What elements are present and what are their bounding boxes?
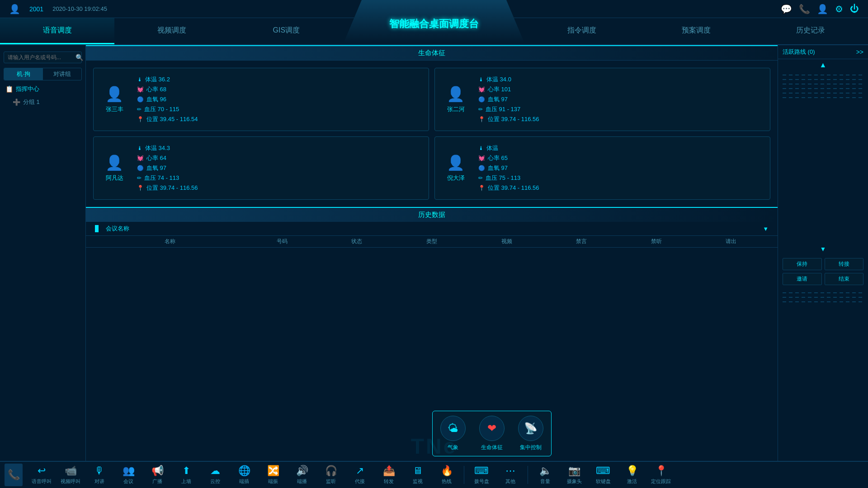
toolbar-other[interactable]: ⋯ 其他 — [497, 463, 524, 487]
tab-voice[interactable]: 语音调度 — [0, 18, 114, 44]
toolbar-meeting[interactable]: 👥 会议 — [115, 463, 142, 487]
toolbar-broadcast[interactable]: 📢 广播 — [144, 463, 171, 487]
dash-4 — [783, 88, 863, 89]
pos-icon-0: 📍 — [137, 116, 144, 122]
tab-plan[interactable]: 预案调度 — [639, 18, 753, 44]
temp-icon-2: 🌡 — [137, 145, 142, 151]
toolbar-divider-2 — [528, 466, 528, 484]
toolbar-intercept[interactable]: ↗ 代接 — [346, 463, 373, 487]
transfer-button[interactable]: 转接 — [825, 258, 864, 270]
camera-icon: 📷 — [568, 465, 580, 477]
tab-cmd[interactable]: 指令调度 — [524, 18, 639, 44]
tab-machine[interactable]: 机·拘 — [4, 68, 43, 80]
tab-history[interactable]: 历史记录 — [754, 18, 868, 44]
main-title: 智能融合桌面调度台 — [389, 17, 479, 31]
user-add-icon[interactable]: 👤 — [817, 4, 828, 14]
right-panel-chevron-down[interactable]: ▼ — [778, 244, 868, 254]
o2-icon-2: 🔵 — [137, 165, 144, 171]
toolbar-insert[interactable]: 🌐 端插 — [231, 463, 258, 487]
th-number: 号码 — [245, 238, 320, 245]
search-bar[interactable]: 🔍 — [4, 52, 82, 63]
vital-card-icon-2: 👤 阿凡达 — [101, 154, 128, 182]
meeting-icon: 👥 — [123, 465, 135, 477]
bp-icon-0: ✏ — [137, 106, 142, 113]
tab-group[interactable]: 对讲组 — [43, 68, 82, 80]
heart-icon-2: 💓 — [137, 155, 144, 161]
toolbar-locate[interactable]: 📍 定位跟踪 — [647, 463, 675, 487]
table-header: 名称 号码 状态 类型 视频 禁言 禁听 请出 — [86, 236, 778, 248]
toolbar-surveillance[interactable]: 🖥 监视 — [404, 463, 431, 487]
bp-icon-2: ✏ — [137, 175, 142, 181]
phone-icon[interactable]: 📞 — [799, 4, 810, 14]
person-icon-2: 👤 — [105, 154, 123, 171]
bp-icon-1: ✏ — [478, 106, 483, 113]
toolbar-forward[interactable]: 📤 转发 — [375, 463, 402, 487]
search-input[interactable] — [8, 54, 75, 61]
floating-btn-control[interactable]: 📡 集中控制 — [515, 416, 547, 451]
floating-btn-vitals[interactable]: ❤ 生命体征 — [476, 416, 508, 451]
dash-lower-2 — [783, 297, 863, 298]
volume-icon: 🔈 — [539, 465, 552, 477]
dash-lower-1 — [783, 292, 863, 293]
vital-temp-3: 🌡 体温 — [478, 144, 539, 152]
toolbar-cloud[interactable]: ☁ 云控 — [202, 463, 229, 487]
th-listen: 禁听 — [619, 238, 694, 245]
right-panel-expand[interactable]: >> — [856, 48, 863, 56]
toolbar-vibrate[interactable]: 🔀 端振 — [259, 463, 287, 487]
settings-icon[interactable]: ⚙ — [835, 4, 843, 14]
dash-lower-3 — [783, 301, 863, 302]
floating-btn-weather[interactable]: 🌤 气象 — [437, 416, 469, 451]
top-bar-right: 💬 📞 👤 ⚙ ⏻ — [781, 4, 859, 14]
bottom-toolbar: 📞 ↩ 语音呼叫 📹 视频呼叫 🎙 对讲 👥 会议 📢 广播 ⬆ 上墙 ☁ 云控… — [0, 461, 868, 488]
toolbar-activate[interactable]: 💡 激活 — [618, 463, 646, 487]
search-icon: 🔍 — [75, 54, 83, 61]
vital-pos-2: 📍 位置 39.74 - 116.56 — [137, 184, 198, 192]
toolbar-dialpad[interactable]: ⌨ 拨号盘 — [468, 463, 495, 487]
tab-video[interactable]: 视频调度 — [114, 18, 229, 44]
toolbar-volume[interactable]: 🔈 音量 — [532, 463, 559, 487]
vital-pos-3: 📍 位置 39.74 - 116.56 — [478, 184, 539, 192]
right-panel-header: 活跃路线 (0) >> — [778, 45, 868, 59]
tree-sub-1[interactable]: ➕ 分组 1 — [0, 96, 85, 108]
right-panel-chevron-up[interactable]: ▲ — [778, 59, 868, 71]
tab-gis[interactable]: GIS调度 — [229, 18, 344, 44]
toolbar-hotline[interactable]: 🔥 热线 — [433, 463, 460, 487]
phone-indicator: 📞 — [5, 464, 23, 486]
heart-icon-0: 💓 — [137, 86, 144, 93]
floating-panel: 🌤 气象 ❤ 生命体征 📡 集中控制 — [432, 411, 552, 456]
toolbar-video-call[interactable]: 📹 视频呼叫 — [57, 463, 84, 487]
wall-icon: ⬆ — [182, 465, 190, 477]
end-button[interactable]: 结束 — [825, 273, 864, 285]
softkb-icon: ⌨ — [596, 465, 610, 477]
main-layout: 🔍 机·拘 对讲组 📋 指挥中心 ➕ 分组 1 生命体征 — [0, 45, 868, 461]
toolbar-play[interactable]: 🔊 端播 — [288, 463, 316, 487]
invite-button[interactable]: 邀请 — [783, 273, 822, 285]
toolbar-intercom[interactable]: 🎙 对讲 — [86, 463, 113, 487]
cloud-icon: ☁ — [210, 465, 220, 477]
pos-icon-3: 📍 — [478, 185, 485, 191]
pos-icon-2: 📍 — [137, 185, 144, 191]
tree-sub-icon: ➕ — [13, 99, 20, 106]
user-id: 2001 — [29, 5, 43, 13]
chat-icon[interactable]: 💬 — [781, 4, 792, 14]
heart-icon-3: 💓 — [478, 155, 485, 161]
toolbar-camera[interactable]: 📷 摄象头 — [561, 463, 588, 487]
intercept-icon: ↗ — [356, 465, 364, 477]
tree-root[interactable]: 📋 指挥中心 — [0, 82, 85, 96]
vital-stats-1: 🌡 体温 34.0 💓 心率 101 🔵 血氧 97 ✏ — [478, 75, 539, 123]
datetime: 2020-10-30 19:02:45 — [52, 5, 107, 12]
th-video: 视频 — [469, 238, 544, 245]
right-dashes — [778, 71, 868, 244]
forward-icon: 📤 — [383, 465, 395, 477]
vital-o2-2: 🔵 血氧 97 — [137, 164, 198, 172]
vital-o2-1: 🔵 血氧 97 — [478, 95, 539, 103]
vital-bp-0: ✏ 血压 70 - 115 — [137, 105, 198, 113]
toolbar-softkb[interactable]: ⌨ 软键盘 — [590, 463, 617, 487]
toolbar-monitor[interactable]: 🎧 监听 — [317, 463, 344, 487]
power-icon[interactable]: ⏻ — [850, 4, 859, 14]
th-name: 名称 — [95, 238, 245, 245]
meeting-expand-icon[interactable]: ▼ — [763, 225, 769, 232]
toolbar-wall[interactable]: ⬆ 上墙 — [173, 463, 200, 487]
toolbar-voice-call[interactable]: ↩ 语音呼叫 — [28, 463, 55, 487]
hold-button[interactable]: 保持 — [783, 258, 822, 270]
